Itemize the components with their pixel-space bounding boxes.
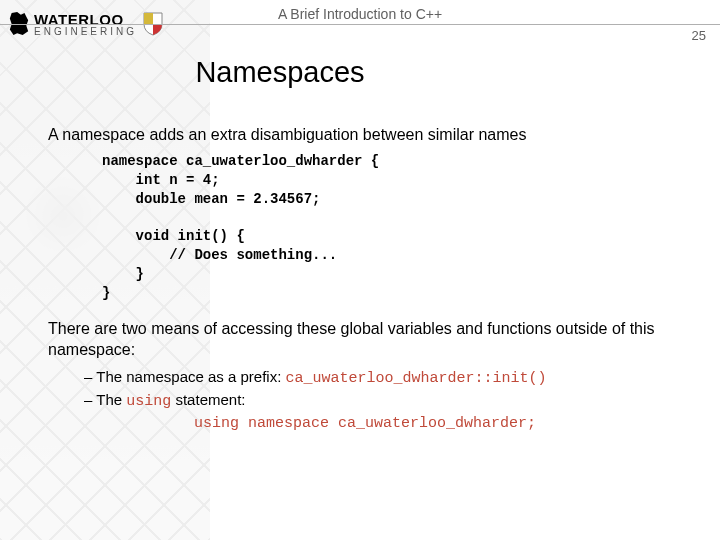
code-block: namespace ca_uwaterloo_dwharder { int n … — [102, 152, 678, 303]
header-rule — [0, 24, 720, 25]
second-paragraph: There are two means of accessing these g… — [48, 319, 678, 361]
bullet-text: The namespace as a prefix: — [96, 368, 285, 385]
bullet-text: The — [96, 391, 126, 408]
inline-code: using — [126, 393, 171, 410]
page-number: 25 — [692, 28, 706, 43]
header: WATERLOO ENGINEERING A Brief Introductio… — [0, 0, 720, 48]
document-title: A Brief Introduction to C++ — [0, 6, 720, 22]
bullet-text-after: statement: — [171, 391, 245, 408]
list-item: The namespace as a prefix: ca_uwaterloo_… — [84, 367, 678, 389]
slide-title: Namespaces — [0, 56, 720, 89]
content: A namespace adds an extra disambiguation… — [0, 89, 720, 433]
logo-text-bottom: ENGINEERING — [34, 27, 137, 37]
intro-paragraph: A namespace adds an extra disambiguation… — [48, 125, 678, 146]
list-item: The using statement: using namespace ca_… — [84, 390, 678, 433]
bullet-list: The namespace as a prefix: ca_uwaterloo_… — [84, 367, 678, 434]
inline-code: ca_uwaterloo_dwharder::init() — [286, 370, 547, 387]
code-line: using namespace ca_uwaterloo_dwharder; — [194, 414, 678, 434]
